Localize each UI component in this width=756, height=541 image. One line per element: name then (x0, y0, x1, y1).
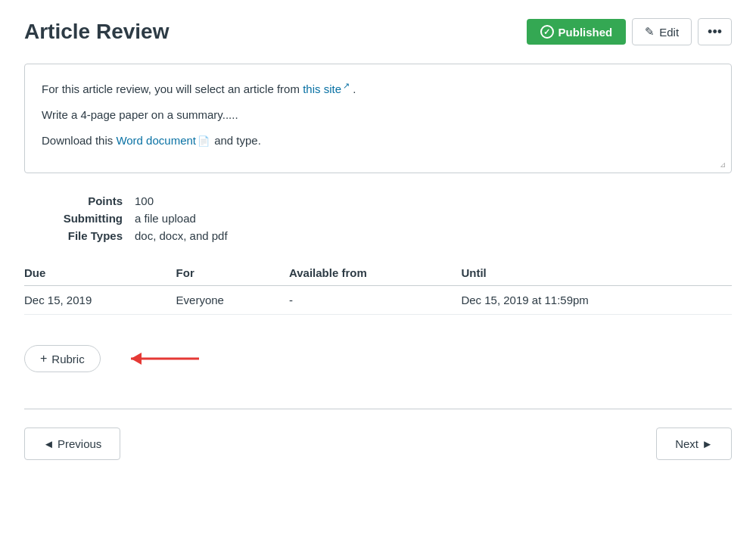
page-title: Article Review (24, 20, 169, 44)
published-button[interactable]: ✓ Published (527, 19, 627, 45)
external-link-icon: ↗ (343, 81, 350, 90)
section-divider (24, 409, 732, 409)
assignments-table: Due For Available from Until Dec 15, 201… (24, 260, 732, 315)
description-line2: Write a 4-page paper on a summary..... (42, 106, 714, 124)
points-value: 100 (135, 194, 154, 207)
col-available-from: Available from (289, 260, 461, 286)
points-row: Points 100 (24, 194, 732, 207)
description-box: For this article review, you will select… (24, 64, 732, 173)
cell-available-from: - (289, 286, 461, 315)
edit-button[interactable]: ✎ Edit (632, 18, 692, 45)
nav-buttons: ◄ Previous Next ► (24, 428, 732, 460)
table-header-row: Due For Available from Until (24, 260, 732, 286)
submitting-value: a file upload (135, 212, 196, 225)
resize-handle: ⊿ (720, 161, 729, 170)
next-button[interactable]: Next ► (656, 428, 732, 460)
more-options-button[interactable]: ••• (698, 18, 732, 45)
word-doc-link[interactable]: Word document (116, 134, 196, 147)
previous-button[interactable]: ◄ Previous (24, 428, 120, 460)
col-due: Due (24, 260, 176, 286)
description-line1: For this article review, you will select… (42, 79, 714, 98)
edit-icon: ✎ (645, 25, 655, 39)
check-icon: ✓ (540, 25, 554, 39)
add-rubric-button[interactable]: + Rubric (24, 345, 101, 372)
cell-until: Dec 15, 2019 at 11:59pm (461, 286, 732, 315)
description-line3: Download this Word document📄 and type. (42, 132, 714, 150)
file-types-row: File Types doc, docx, and pdf (24, 229, 732, 242)
cell-due: Dec 15, 2019 (24, 286, 176, 315)
table-row: Dec 15, 2019 Everyone - Dec 15, 2019 at … (24, 286, 732, 315)
submitting-label: Submitting (24, 212, 123, 225)
svg-marker-2 (131, 353, 142, 365)
rubric-section: + Rubric (24, 336, 732, 381)
col-for: For (176, 260, 289, 286)
points-label: Points (24, 194, 123, 207)
plus-icon: + (40, 352, 47, 365)
header-actions: ✓ Published ✎ Edit ••• (527, 18, 732, 45)
col-until: Until (461, 260, 732, 286)
page-header: Article Review ✓ Published ✎ Edit ••• (24, 18, 732, 45)
doc-file-icon: 📄 (198, 134, 210, 150)
cell-for: Everyone (176, 286, 289, 315)
annotation-arrow (116, 336, 207, 381)
file-types-label: File Types (24, 229, 123, 242)
this-site-link[interactable]: this site↗ (303, 82, 350, 95)
submitting-row: Submitting a file upload (24, 212, 732, 225)
more-dots-icon: ••• (708, 24, 722, 39)
details-section: Points 100 Submitting a file upload File… (24, 194, 732, 242)
file-types-value: doc, docx, and pdf (135, 229, 228, 242)
